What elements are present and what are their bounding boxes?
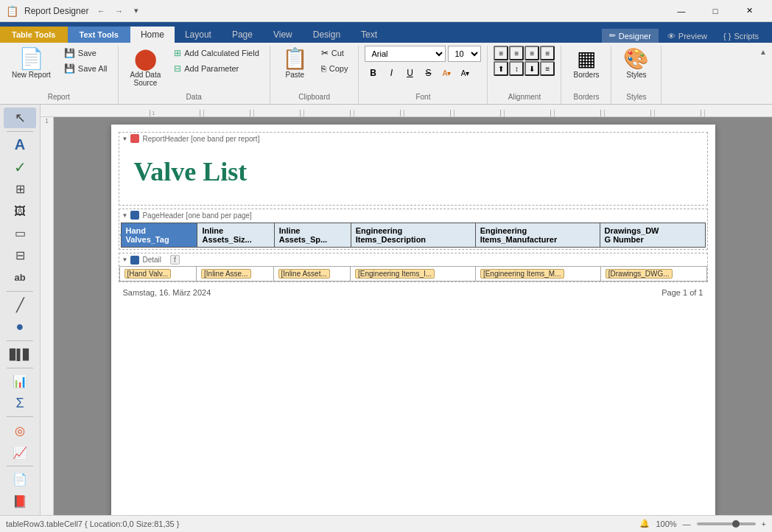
col-inline-assets-sp[interactable]: InlineAssets_Sp...	[274, 223, 351, 248]
chart-tool[interactable]: 📊	[4, 371, 36, 391]
borders-button[interactable]: ▦ Borders	[567, 46, 605, 82]
bold-button[interactable]: B	[365, 66, 381, 80]
field-inline1: [Inline Asse...	[201, 269, 250, 279]
barcode-tool[interactable]: ▊▌▊	[4, 344, 36, 365]
detail-cell-dwg[interactable]: [Drawings_DWG...	[600, 267, 706, 281]
ribbon-group-data: ⬤ Add DataSource ⊞ Add Calculated Field …	[119, 46, 270, 104]
zoom-slider[interactable]	[697, 522, 756, 525]
richtext-tool[interactable]: ab	[4, 267, 36, 288]
tab-text[interactable]: Text	[351, 27, 387, 43]
add-data-source-icon: ⬤	[134, 49, 157, 69]
underline-button[interactable]: U	[401, 66, 418, 80]
sparkline-tool[interactable]: 📈	[4, 442, 36, 463]
tool-divider-6	[7, 466, 33, 466]
left-toolbar: ↖ A ✓ ⊞ 🖼 ▭ ⊟ ab ╱ ● ▊▌▊ 📊 Σ ◎ 📈 📄 📕	[0, 105, 41, 515]
save-all-icon: 💾	[64, 63, 75, 74]
align-top-btn[interactable]: ⬆	[494, 61, 508, 76]
notification-icon[interactable]: 🔔	[639, 519, 650, 528]
save-all-button[interactable]: 💾 Save All	[60, 61, 112, 76]
save-button[interactable]: 💾 Save	[60, 46, 112, 60]
highlight-button[interactable]: A▾	[438, 66, 455, 80]
select-tool[interactable]: ↖	[4, 108, 36, 128]
font-name-select[interactable]: Arial	[365, 46, 446, 62]
new-report-button[interactable]: 📄 New Report	[6, 46, 57, 82]
col-engineering-items-desc[interactable]: EngineeringItems_Description	[351, 223, 475, 248]
tab-home[interactable]: Home	[130, 27, 175, 43]
tab-page[interactable]: Page	[222, 27, 263, 43]
designer-btn[interactable]: ✏ Designer	[602, 29, 659, 43]
copy-button[interactable]: ⎘ Copy	[317, 61, 353, 76]
detail-band: ▼ Detail f [Hand Valv... [Inline Asse...…	[119, 253, 708, 282]
add-data-source-button[interactable]: ⬤ Add DataSource	[124, 46, 167, 90]
align-justify-btn[interactable]: ≡	[540, 46, 555, 60]
detail-table: [Hand Valv... [Inline Asse... [Inline As…	[119, 266, 707, 281]
redo-btn[interactable]: →	[112, 4, 125, 18]
quick-access-btn[interactable]: ▾	[130, 4, 143, 18]
col-drawings-dwg[interactable]: Drawings_DWG Number	[600, 223, 705, 248]
minimize-btn[interactable]: —	[664, 0, 698, 22]
tab-text-tools[interactable]: Text Tools	[68, 27, 130, 43]
detail-cell-inline2[interactable]: [Inline Asset...	[273, 267, 351, 281]
table-insert-tool[interactable]: ⊞	[4, 179, 36, 200]
table-row: [Hand Valv... [Inline Asse... [Inline As…	[119, 267, 706, 281]
paste-button[interactable]: 📋 Paste	[276, 46, 314, 82]
detail-band-label: ▼ Detail f	[119, 253, 707, 266]
pdf-tool[interactable]: 📕	[4, 491, 36, 512]
align-extra-btn[interactable]: ≡	[540, 61, 555, 76]
col-inline-assets-size[interactable]: InlineAssets_Siz...	[197, 223, 274, 248]
align-bottom-btn[interactable]: ⬇	[524, 61, 539, 76]
zoom-minus-btn[interactable]: —	[683, 519, 691, 528]
detail-cell-inline1[interactable]: [Inline Asse...	[197, 267, 274, 281]
report-title[interactable]: Valve List	[119, 144, 707, 205]
image-tool[interactable]: 🖼	[4, 201, 36, 222]
subreport-tool[interactable]: 📄	[4, 469, 36, 490]
font-size-select[interactable]: 10	[448, 46, 481, 62]
align-right-btn[interactable]: ≡	[524, 46, 539, 60]
tool-divider-2	[7, 291, 33, 292]
line-tool[interactable]: ╱	[4, 295, 36, 315]
detail-collapse[interactable]: ▼	[122, 256, 128, 263]
add-calculated-field-button[interactable]: ⊞ Add Calculated Field	[169, 46, 264, 60]
font-color-button[interactable]: A▾	[457, 66, 473, 80]
preview-btn[interactable]: 👁 Preview	[660, 29, 715, 43]
maximize-btn[interactable]: □	[698, 0, 732, 22]
tab-layout[interactable]: Layout	[175, 27, 222, 43]
styles-button[interactable]: 🎨 Styles	[617, 46, 655, 82]
col-engineering-items-mfr[interactable]: EngineeringItems_Manufacturer	[475, 223, 600, 248]
italic-button[interactable]: I	[383, 66, 399, 80]
close-btn[interactable]: ✕	[732, 0, 766, 22]
ribbon-collapse-btn[interactable]: ▲	[757, 46, 769, 57]
align-left-btn[interactable]: ≡	[494, 46, 508, 60]
panel-tool[interactable]: ▭	[4, 223, 36, 244]
align-center-btn[interactable]: ≡	[509, 46, 524, 60]
move-handle[interactable]: ✛	[119, 231, 128, 239]
text-tool[interactable]: A	[4, 135, 36, 155]
ruler-horizontal: 1 │ │ │ │ │ │ │ │ │ │ │	[41, 105, 772, 117]
save-icon: 💾	[64, 48, 75, 58]
zoom-thumb	[732, 520, 740, 528]
sigma-tool[interactable]: Σ	[4, 393, 36, 413]
zoom-plus-btn[interactable]: +	[762, 519, 766, 528]
page-header-collapse[interactable]: ▼	[122, 212, 128, 219]
report-header-collapse[interactable]: ▼	[122, 136, 128, 142]
detail-cell-hand-valves[interactable]: [Hand Valv...	[119, 267, 197, 281]
footer-row: Samstag, 16. März 2024 Page 1 of 1	[119, 285, 708, 300]
cut-button[interactable]: ✂ Cut	[317, 46, 353, 60]
checkbox-tool[interactable]: ✓	[4, 157, 36, 178]
undo-btn[interactable]: ←	[94, 4, 108, 18]
detail-cell-eng2[interactable]: [Engineering Items_M...	[475, 267, 600, 281]
table2-tool[interactable]: ⊟	[4, 245, 36, 266]
gauge-tool[interactable]: ◎	[4, 420, 36, 441]
tab-table-tools[interactable]: Table Tools	[0, 27, 68, 43]
scripts-btn[interactable]: { } Scripts	[716, 29, 766, 43]
tab-view[interactable]: View	[263, 27, 303, 43]
tab-design[interactable]: Design	[303, 27, 351, 43]
report-header-band: ▼ ReportHeader [one band per report] Val…	[119, 132, 708, 206]
detail-cell-eng1[interactable]: [Engineering Items_I...	[351, 267, 476, 281]
report-title-container: Valve List	[119, 144, 707, 205]
add-parameter-button[interactable]: ⊟ Add Parameter	[169, 61, 264, 76]
strikethrough-button[interactable]: S	[420, 66, 436, 80]
shape-tool[interactable]: ●	[4, 317, 36, 337]
align-middle-btn[interactable]: ↕	[509, 61, 524, 76]
col-hand-valves-tag[interactable]: HandValves_Tag	[121, 223, 197, 248]
